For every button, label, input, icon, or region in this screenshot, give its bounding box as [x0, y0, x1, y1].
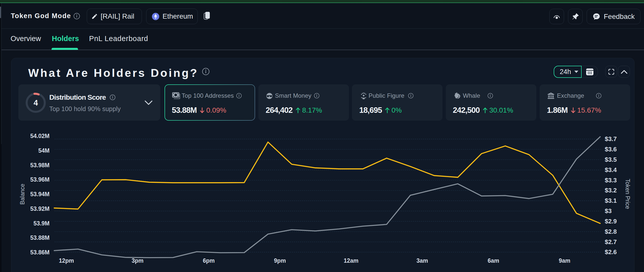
svg-text:53.88M: 53.88M	[30, 234, 50, 241]
svg-text:$3.4: $3.4	[605, 166, 617, 173]
svg-text:Balance: Balance	[19, 184, 26, 205]
svg-text:53.9M: 53.9M	[33, 220, 50, 227]
svg-text:$2.7: $2.7	[605, 239, 617, 245]
svg-text:$2.8: $2.8	[605, 228, 617, 235]
svg-text:Token Price: Token Price	[624, 179, 631, 209]
svg-text:54.02M: 54.02M	[30, 133, 50, 139]
svg-text:12am: 12am	[344, 257, 358, 264]
svg-text:12pm: 12pm	[59, 257, 74, 264]
svg-text:6pm: 6pm	[203, 257, 215, 264]
svg-text:$3.5: $3.5	[605, 156, 617, 163]
svg-text:$2.6: $2.6	[605, 249, 617, 255]
svg-text:9pm: 9pm	[274, 257, 286, 264]
svg-text:$3.6: $3.6	[605, 146, 617, 153]
svg-text:$3: $3	[605, 208, 612, 214]
svg-text:53.92M: 53.92M	[30, 206, 50, 212]
svg-text:53.98M: 53.98M	[30, 162, 50, 168]
svg-text:54M: 54M	[38, 147, 50, 154]
svg-text:6am: 6am	[488, 257, 499, 264]
svg-text:$2.9: $2.9	[605, 218, 617, 225]
svg-text:9am: 9am	[559, 257, 570, 264]
svg-text:53.94M: 53.94M	[30, 191, 50, 197]
svg-text:3am: 3am	[416, 257, 428, 264]
svg-text:$3.7: $3.7	[605, 135, 617, 142]
svg-text:$3.3: $3.3	[605, 177, 617, 184]
svg-text:53.96M: 53.96M	[30, 176, 50, 183]
svg-text:3pm: 3pm	[132, 257, 143, 264]
svg-text:53.86M: 53.86M	[30, 249, 50, 256]
svg-text:$3.1: $3.1	[605, 197, 617, 204]
svg-text:$3.2: $3.2	[605, 187, 617, 194]
